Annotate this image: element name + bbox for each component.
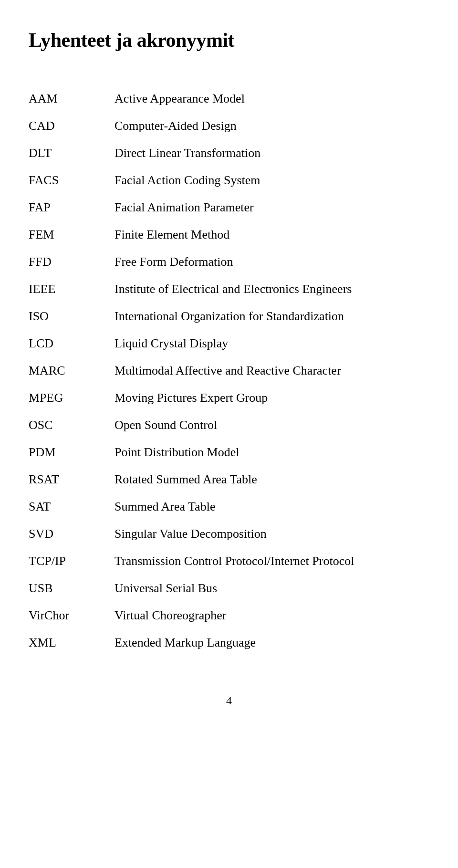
table-row: SVDSingular Value Decomposition: [29, 520, 429, 547]
page-number: 4: [29, 694, 429, 707]
acronym-abbr: IEEE: [29, 275, 114, 303]
acronym-definition: Facial Action Coding System: [114, 167, 429, 194]
acronym-abbr: SVD: [29, 520, 114, 547]
acronym-abbr: DLT: [29, 139, 114, 167]
acronym-definition: Liquid Crystal Display: [114, 330, 429, 357]
acronym-abbr: OSC: [29, 411, 114, 439]
table-row: FAPFacial Animation Parameter: [29, 194, 429, 221]
acronym-definition: Direct Linear Transformation: [114, 139, 429, 167]
acronym-abbr: FACS: [29, 167, 114, 194]
acronym-definition: Transmission Control Protocol/Internet P…: [114, 547, 429, 575]
acronym-definition: International Organization for Standardi…: [114, 303, 429, 330]
acronym-abbr: XML: [29, 629, 114, 656]
table-row: AAMActive Appearance Model: [29, 85, 429, 112]
acronym-abbr: VirChor: [29, 602, 114, 629]
table-row: VirChorVirtual Choreographer: [29, 602, 429, 629]
acronym-definition: Open Sound Control: [114, 411, 429, 439]
table-row: MPEGMoving Pictures Expert Group: [29, 384, 429, 411]
page-title: Lyhenteet ja akronyymit: [29, 29, 429, 52]
acronym-abbr: SAT: [29, 493, 114, 520]
acronym-abbr: MARC: [29, 357, 114, 384]
acronym-abbr: RSAT: [29, 466, 114, 493]
acronym-abbr: PDM: [29, 439, 114, 466]
acronym-definition: Rotated Summed Area Table: [114, 466, 429, 493]
table-row: XMLExtended Markup Language: [29, 629, 429, 656]
table-row: PDMPoint Distribution Model: [29, 439, 429, 466]
acronym-definition: Free Form Deformation: [114, 248, 429, 275]
acronym-definition: Facial Animation Parameter: [114, 194, 429, 221]
table-row: FEMFinite Element Method: [29, 221, 429, 248]
table-row: FFDFree Form Deformation: [29, 248, 429, 275]
table-row: TCP/IPTransmission Control Protocol/Inte…: [29, 547, 429, 575]
acronym-abbr: FFD: [29, 248, 114, 275]
acronym-abbr: USB: [29, 575, 114, 602]
acronym-definition: Computer-Aided Design: [114, 112, 429, 139]
table-row: RSATRotated Summed Area Table: [29, 466, 429, 493]
acronym-definition: Point Distribution Model: [114, 439, 429, 466]
acronym-definition: Multimodal Affective and Reactive Charac…: [114, 357, 429, 384]
table-row: MARCMultimodal Affective and Reactive Ch…: [29, 357, 429, 384]
table-row: SATSummed Area Table: [29, 493, 429, 520]
table-row: ISOInternational Organization for Standa…: [29, 303, 429, 330]
table-row: OSCOpen Sound Control: [29, 411, 429, 439]
acronym-definition: Summed Area Table: [114, 493, 429, 520]
acronym-definition: Extended Markup Language: [114, 629, 429, 656]
table-row: DLTDirect Linear Transformation: [29, 139, 429, 167]
acronym-abbr: MPEG: [29, 384, 114, 411]
acronym-abbr: LCD: [29, 330, 114, 357]
acronym-abbr: AAM: [29, 85, 114, 112]
table-row: IEEEInstitute of Electrical and Electron…: [29, 275, 429, 303]
table-row: FACSFacial Action Coding System: [29, 167, 429, 194]
table-row: USBUniversal Serial Bus: [29, 575, 429, 602]
acronym-abbr: ISO: [29, 303, 114, 330]
acronym-definition: Active Appearance Model: [114, 85, 429, 112]
acronym-abbr: FEM: [29, 221, 114, 248]
table-row: CADComputer-Aided Design: [29, 112, 429, 139]
acronym-definition: Singular Value Decomposition: [114, 520, 429, 547]
acronym-table: AAMActive Appearance ModelCADComputer-Ai…: [29, 85, 429, 656]
acronym-abbr: FAP: [29, 194, 114, 221]
acronym-definition: Institute of Electrical and Electronics …: [114, 275, 429, 303]
acronym-definition: Universal Serial Bus: [114, 575, 429, 602]
acronym-abbr: TCP/IP: [29, 547, 114, 575]
acronym-definition: Finite Element Method: [114, 221, 429, 248]
acronym-definition: Moving Pictures Expert Group: [114, 384, 429, 411]
acronym-definition: Virtual Choreographer: [114, 602, 429, 629]
acronym-abbr: CAD: [29, 112, 114, 139]
table-row: LCDLiquid Crystal Display: [29, 330, 429, 357]
